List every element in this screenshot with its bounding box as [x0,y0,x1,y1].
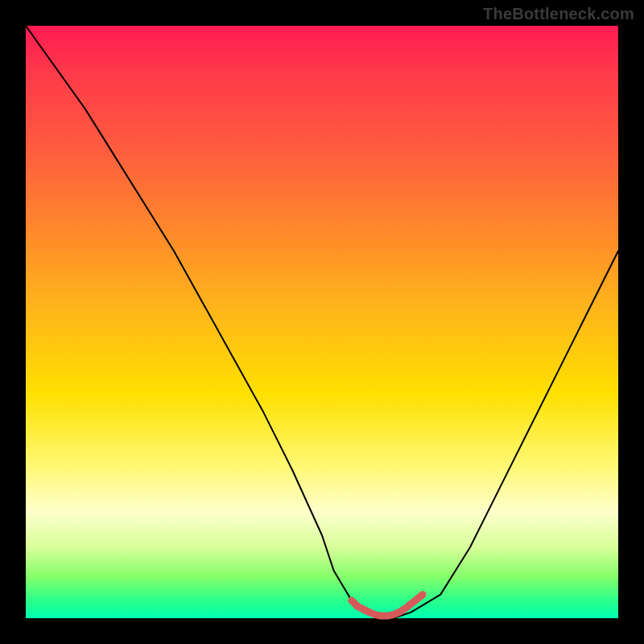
optimal-range-marker [352,595,423,617]
curve-svg [26,26,618,618]
bottleneck-curve [26,26,618,618]
plot-area [26,26,618,618]
watermark-text: TheBottleneck.com [483,5,634,23]
chart-frame: TheBottleneck.com [0,0,644,644]
